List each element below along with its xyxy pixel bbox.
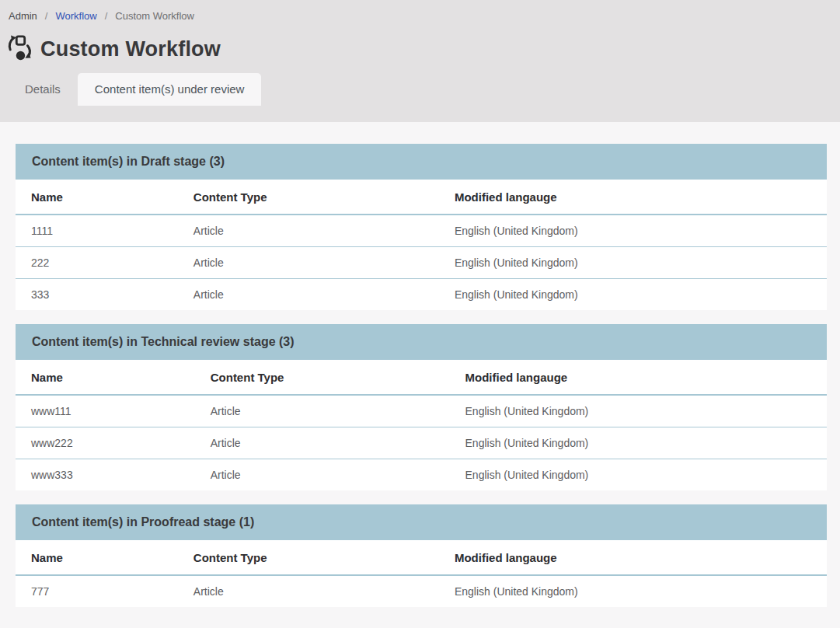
column-header: Name <box>16 540 178 575</box>
table-cell: www222 <box>16 427 195 459</box>
content-stage-section: Content item(s) in Technical review stag… <box>16 324 827 490</box>
table-cell: Article <box>178 215 439 247</box>
tab-details[interactable]: Details <box>8 73 78 106</box>
content-stage-section: Content item(s) in Draft stage (3) NameC… <box>16 144 827 310</box>
column-header: Name <box>16 180 178 215</box>
table-cell: English (United Kingdom) <box>439 279 827 311</box>
content-stage-section: Content item(s) in Proofread stage (1) N… <box>16 504 827 607</box>
section-title: Content item(s) in Draft stage (3) <box>16 144 827 180</box>
table-row: 333ArticleEnglish (United Kingdom) <box>16 279 827 311</box>
table-cell: Article <box>178 575 439 607</box>
column-header: Name <box>16 360 195 395</box>
tab-content-item-s-under-review[interactable]: Content item(s) under review <box>78 73 262 106</box>
table-header-row: NameContent TypeModified langauge <box>16 540 827 575</box>
main-content: Content item(s) in Draft stage (3) NameC… <box>0 122 840 628</box>
table-row: 777ArticleEnglish (United Kingdom) <box>16 575 827 607</box>
table-cell: 1111 <box>16 215 178 247</box>
table-cell: 777 <box>16 575 178 607</box>
top-header-zone: Admin/Workflow/Custom Workflow Custom Wo… <box>0 0 840 122</box>
column-header: Content Type <box>178 180 439 215</box>
column-header: Content Type <box>195 360 450 395</box>
column-header: Modified langauge <box>439 540 827 575</box>
content-items-table: NameContent TypeModified langauge 777Art… <box>16 540 827 607</box>
content-items-table: NameContent TypeModified langauge www111… <box>16 360 827 490</box>
breadcrumb-item: Admin <box>9 10 37 22</box>
table-row: www333ArticleEnglish (United Kingdom) <box>16 459 827 491</box>
table-row: 222ArticleEnglish (United Kingdom) <box>16 247 827 279</box>
table-header-row: NameContent TypeModified langauge <box>16 180 827 215</box>
table-cell: 333 <box>16 279 178 311</box>
table-cell: English (United Kingdom) <box>439 575 827 607</box>
section-title: Content item(s) in Proofread stage (1) <box>16 504 827 540</box>
table-cell: English (United Kingdom) <box>450 395 827 427</box>
table-cell: 222 <box>16 247 178 279</box>
table-cell: Article <box>195 427 450 459</box>
table-cell: English (United Kingdom) <box>450 427 827 459</box>
table-cell: English (United Kingdom) <box>450 459 827 491</box>
table-cell: English (United Kingdom) <box>439 247 827 279</box>
breadcrumb-item: Custom Workflow <box>115 10 194 22</box>
tab-bar: DetailsContent item(s) under review <box>0 73 840 106</box>
workflow-icon <box>6 35 34 63</box>
table-cell: Article <box>195 459 450 491</box>
content-items-table: NameContent TypeModified langauge 1111Ar… <box>16 180 827 310</box>
breadcrumb-separator: / <box>45 10 48 22</box>
table-cell: Article <box>178 279 439 311</box>
table-row: 1111ArticleEnglish (United Kingdom) <box>16 215 827 247</box>
column-header: Modified langauge <box>450 360 827 395</box>
page-title-row: Custom Workflow <box>0 22 840 63</box>
table-cell: English (United Kingdom) <box>439 215 827 247</box>
breadcrumb-separator: / <box>105 10 108 22</box>
table-header-row: NameContent TypeModified langauge <box>16 360 827 395</box>
column-header: Content Type <box>178 540 439 575</box>
table-cell: Article <box>178 247 439 279</box>
sections: Content item(s) in Draft stage (3) NameC… <box>16 144 827 607</box>
column-header: Modified langauge <box>439 180 827 215</box>
table-cell: www111 <box>16 395 195 427</box>
section-title: Content item(s) in Technical review stag… <box>16 324 827 360</box>
breadcrumb: Admin/Workflow/Custom Workflow <box>0 0 840 22</box>
table-row: www222ArticleEnglish (United Kingdom) <box>16 427 827 459</box>
table-row: www111ArticleEnglish (United Kingdom) <box>16 395 827 427</box>
table-cell: www333 <box>16 459 195 491</box>
page-title: Custom Workflow <box>40 37 221 61</box>
breadcrumb-item[interactable]: Workflow <box>55 10 96 22</box>
table-cell: Article <box>195 395 450 427</box>
